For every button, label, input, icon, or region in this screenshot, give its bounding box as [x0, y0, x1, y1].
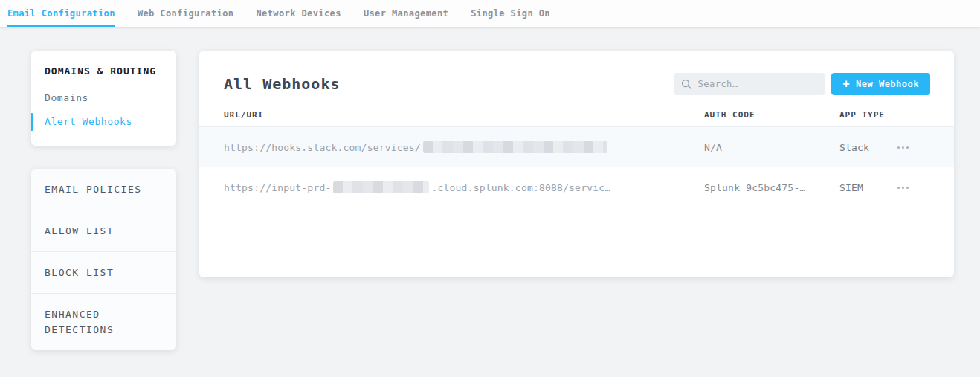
webhook-url-text: https://input-prd-: [224, 182, 331, 193]
tab-web-configuration[interactable]: Web Configuration: [138, 0, 234, 27]
page-title: All Webhooks: [224, 75, 341, 93]
app-window: Email Configuration Web Configuration Ne…: [0, 0, 980, 377]
search-input[interactable]: [697, 79, 818, 89]
new-webhook-button-label: New Webhook: [856, 79, 919, 89]
app-type-label: Slack: [839, 142, 869, 153]
header-actions: + New Webhook: [674, 73, 930, 95]
tab-email-configuration[interactable]: Email Configuration: [7, 0, 115, 27]
panel-header: All Webhooks + New Webhook: [199, 51, 954, 110]
search-icon: [681, 79, 692, 89]
sidebar-item-allow-list[interactable]: ALLOW LIST: [31, 210, 176, 251]
top-nav: Email Configuration Web Configuration Ne…: [0, 0, 980, 27]
redacted-url-segment: [423, 141, 607, 153]
app-type-cell: SIEM: [839, 182, 897, 193]
table-body: https://hooks.slack.com/services/ N/A Sl…: [199, 127, 954, 207]
sidebar-item-alert-webhooks[interactable]: Alert Webhooks: [45, 115, 163, 129]
table-row[interactable]: https://input-prd- .cloud.splunk.com:808…: [199, 167, 954, 207]
row-actions-cell: [897, 146, 929, 149]
domains-routing-heading: DOMAINS & ROUTING: [45, 65, 163, 77]
ellipsis-menu-icon[interactable]: [897, 146, 900, 149]
table-header: URL/URI AUTH CODE APP TYPE: [199, 110, 954, 127]
sidebar-item-domains[interactable]: Domains: [45, 91, 163, 105]
sidebar-sections-card: EMAIL POLICIES ALLOW LIST BLOCK LIST ENH…: [31, 169, 176, 350]
tab-single-sign-on[interactable]: Single Sign On: [471, 0, 550, 27]
webhook-url-cell: https://input-prd- .cloud.splunk.com:808…: [224, 181, 704, 193]
redacted-url-segment: [333, 181, 429, 193]
webhooks-panel: All Webhooks + New Webhook URL/URI AUTH …: [199, 51, 954, 277]
webhook-url-text: https://hooks.slack.com/services/: [224, 142, 421, 153]
app-type-cell: Slack: [839, 142, 897, 153]
webhook-url-cell: https://hooks.slack.com/services/: [224, 141, 704, 153]
sidebar-item-email-policies[interactable]: EMAIL POLICIES: [31, 169, 176, 210]
plus-icon: +: [842, 79, 850, 90]
new-webhook-button[interactable]: + New Webhook: [831, 73, 930, 95]
table-row[interactable]: https://hooks.slack.com/services/ N/A Sl…: [199, 127, 954, 167]
sidebar-item-label: Alert Webhooks: [45, 116, 132, 127]
search-box[interactable]: [674, 73, 825, 95]
ellipsis-menu-icon[interactable]: [897, 187, 900, 189]
sidebar-item-block-list[interactable]: BLOCK LIST: [31, 251, 176, 293]
auth-code-cell: Splunk 9c5bc475-…: [704, 182, 839, 193]
app-type-label: SIEM: [839, 182, 863, 193]
webhook-url-suffix: .cloud.splunk.com:8088/servic…: [431, 182, 610, 193]
domains-routing-card: DOMAINS & ROUTING Domains Alert Webhooks: [31, 51, 176, 146]
auth-code-cell: N/A: [704, 142, 839, 153]
sidebar-item-enhanced-detections[interactable]: ENHANCED DETECTIONS: [31, 293, 176, 350]
column-header-url: URL/URI: [224, 110, 704, 120]
column-header-auth-code: AUTH CODE: [704, 110, 839, 120]
active-indicator-bar: [31, 113, 33, 131]
row-actions-cell: [897, 187, 929, 189]
column-header-app-type: APP TYPE: [839, 110, 897, 120]
tab-network-devices[interactable]: Network Devices: [257, 0, 341, 27]
tab-user-management[interactable]: User Management: [364, 0, 448, 27]
